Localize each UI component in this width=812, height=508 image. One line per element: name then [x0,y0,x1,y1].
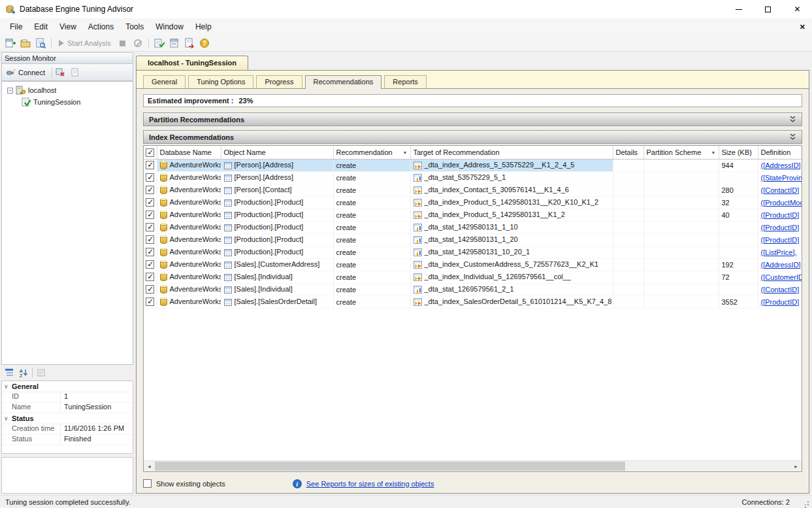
tree-item-server[interactable]: − localhost [2,84,133,96]
tree-item-session[interactable]: TuningSession [2,96,133,108]
row-checkbox[interactable] [146,198,154,207]
row-checkbox[interactable] [146,260,154,269]
tab-progress[interactable]: Progress [256,75,302,88]
scrollbar-track[interactable] [155,461,790,471]
new-session-icon[interactable] [5,37,16,49]
row-checkbox[interactable] [146,235,154,244]
row-checkbox[interactable] [146,248,154,256]
minimize-button[interactable] [724,0,753,18]
tab-tuning-options[interactable]: Tuning Options [188,75,253,88]
select-all-checkbox[interactable] [146,148,154,157]
col-details[interactable]: Details [613,146,643,159]
col-database-name[interactable]: Database Name [157,146,221,159]
scroll-left-button[interactable]: ◄ [144,461,155,471]
document-close-icon[interactable]: ✕ [800,23,805,31]
col-size-kb[interactable]: Size (KB) [719,146,758,159]
prop-row-creation-time[interactable]: Creation time 11/6/2016 1:26 PM [2,424,133,435]
menu-tools[interactable]: Tools [120,18,150,35]
help-icon[interactable]: ? [199,37,210,49]
definition-link[interactable]: ([ContactID] [761,186,800,194]
close-button[interactable]: ✕ [783,0,812,18]
show-existing-objects-label[interactable]: Show existing objects [156,480,225,488]
row-checkbox[interactable] [146,285,154,294]
see-reports-link[interactable]: See Reports for sizes of existing object… [306,480,434,488]
filter-dropdown-icon[interactable]: ▼ [403,150,408,155]
horizontal-scrollbar[interactable]: ◄ ► [144,460,802,471]
table-row[interactable]: AdventureWorks [Person].[Address] create… [144,171,802,184]
table-row[interactable]: AdventureWorks [Production].[Product] cr… [144,196,802,209]
definition-link[interactable]: ([StateProvinceID] [761,174,802,182]
col-recommendation[interactable]: ▼Recommendation [333,146,410,159]
row-checkbox[interactable] [146,186,154,194]
menu-file[interactable]: File [4,18,28,35]
table-row[interactable]: AdventureWorks [Sales].[Individual] crea… [144,271,802,283]
col-partition-scheme[interactable]: ▼Partition Scheme [643,146,719,159]
categorized-icon[interactable] [3,367,15,379]
collapse-icon[interactable]: − [7,88,13,93]
row-checkbox[interactable] [146,297,154,306]
tab-recommendations[interactable]: Recommendations [305,75,382,89]
import-workload-icon[interactable] [35,37,46,49]
row-checkbox[interactable] [146,173,154,182]
definition-link[interactable]: ([AddressID] [761,261,801,269]
definition-link[interactable]: ([ProductID] [761,236,800,244]
prop-section-status[interactable]: ∨ Status [2,413,133,424]
table-row[interactable]: AdventureWorks [Sales].[SalesOrderDetail… [144,296,802,308]
index-recommendations-header[interactable]: Index Recommendations [143,130,802,144]
row-checkbox[interactable] [146,273,154,281]
table-row[interactable]: AdventureWorks [Production].[Product] cr… [144,209,802,221]
tab-reports[interactable]: Reports [384,75,427,88]
database-name: AdventureWorks [170,211,221,218]
definition-link[interactable]: ([ProductID] [761,211,800,219]
prop-section-general[interactable]: ∨ General [2,381,133,392]
table-row[interactable]: AdventureWorks [Production].[Product] cr… [144,246,802,258]
row-checkbox[interactable] [146,223,154,231]
menu-window[interactable]: Window [150,18,189,35]
definition-link[interactable]: ([CustomerID] [761,273,802,281]
tab-general[interactable]: General [143,75,186,88]
filter-dropdown-icon[interactable]: ▼ [711,150,716,155]
document-tab[interactable]: localhost - TuningSession [136,56,248,70]
definition-link[interactable]: ([ContactID] [761,286,800,294]
expand-chevron-icon[interactable] [789,116,796,123]
table-row[interactable]: AdventureWorks [Sales].[Individual] crea… [144,283,802,296]
table-row[interactable]: AdventureWorks [Person].[Contact] create… [144,184,802,196]
definition-link[interactable]: ([ProductModelID] [761,199,802,207]
refresh-icon[interactable] [69,67,81,78]
scrollbar-thumb[interactable] [155,462,625,471]
connect-button[interactable]: Connect [5,67,49,78]
row-checkbox[interactable] [146,211,154,219]
menu-edit[interactable]: Edit [28,18,54,35]
col-definition[interactable]: Definition [758,146,802,159]
table-row[interactable]: AdventureWorks [Person].[Address] create… [144,159,802,171]
col-target-of-recommendation[interactable]: Target of Recommendation [410,146,613,159]
definition-link[interactable]: ([ProductID] [761,298,800,306]
export-session-icon[interactable] [184,37,195,49]
show-existing-objects-checkbox[interactable] [143,479,152,488]
partition-recommendations-header[interactable]: Partition Recommendations [143,112,802,126]
table-row[interactable]: AdventureWorks [Production].[Product] cr… [144,221,802,233]
table-row[interactable]: AdventureWorks [Production].[Product] cr… [144,233,802,246]
preview-workload-icon[interactable] [169,37,180,49]
definition-link[interactable]: ([ProductID] [761,224,800,231]
recommendation-cell: create [333,258,410,271]
prop-row-status[interactable]: Status Finished [2,435,133,445]
expand-chevron-icon[interactable] [789,133,796,141]
alphabetical-sort-icon[interactable]: AZ [18,367,29,379]
scroll-right-button[interactable]: ► [790,461,802,471]
menu-help[interactable]: Help [189,18,218,35]
close-session-icon[interactable] [55,67,67,78]
menu-view[interactable]: View [54,18,82,35]
open-session-icon[interactable] [20,37,31,49]
maximize-button[interactable] [753,0,783,18]
row-checkbox[interactable] [146,161,154,169]
table-row[interactable]: AdventureWorks [Sales].[CustomerAddress]… [144,258,802,271]
apply-recommendations-icon[interactable] [154,37,165,49]
definition-link[interactable]: ([AddressID] [761,161,801,169]
definition-link[interactable]: ([ListPrice], [761,248,797,256]
resize-grip[interactable] [802,498,809,506]
prop-row-id[interactable]: ID 1 [2,392,133,403]
col-object-name[interactable]: Object Name [221,146,333,159]
prop-row-name[interactable]: Name TuningSession [2,403,133,413]
menu-actions[interactable]: Actions [82,18,120,35]
